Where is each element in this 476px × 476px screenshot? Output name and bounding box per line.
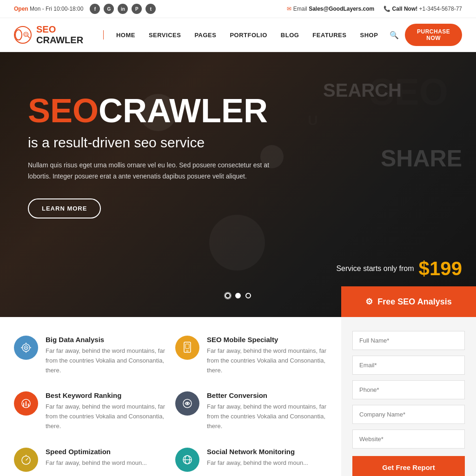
- slider-dots: [225, 293, 251, 298]
- linkedin-icon[interactable]: in: [118, 4, 128, 14]
- email-input[interactable]: [352, 356, 465, 375]
- learn-more-button[interactable]: LEARN MORE: [28, 198, 101, 218]
- logo-icon: [14, 26, 32, 44]
- doodle-share: SHARE: [381, 145, 462, 172]
- nav-portfolio[interactable]: PORTFOLIO: [224, 28, 272, 42]
- nav-pages[interactable]: PAGES: [189, 28, 222, 42]
- price-strip: Service starts only from $199: [336, 258, 476, 280]
- doodle-seo: SEO: [370, 71, 448, 113]
- phone-icon: 📞: [383, 6, 392, 12]
- slider-dot-2[interactable]: [235, 293, 241, 298]
- nav-divider: [103, 30, 104, 40]
- big-data-icon: [14, 336, 38, 360]
- free-seo-button[interactable]: ⚙ Free SEO Analysis: [341, 286, 476, 317]
- search-icon[interactable]: 🔍: [386, 27, 403, 43]
- pinterest-icon[interactable]: P: [132, 4, 142, 14]
- top-bar-right: ✉ Email Sales@GoodLayers.com 📞 Call Now!…: [287, 6, 462, 12]
- hero-title: SEOCRAWLER: [28, 94, 288, 127]
- logo-svg: [22, 28, 31, 42]
- facebook-icon[interactable]: f: [90, 4, 100, 14]
- hero-description: Nullam quis risus eget urna mollis ornar…: [28, 160, 270, 182]
- speed-icon: [14, 448, 38, 472]
- slider-dot-3[interactable]: [245, 293, 251, 298]
- email-icon: ✉: [287, 6, 293, 12]
- social-icon-wrap: [175, 448, 199, 472]
- hero-subtitle: is a result-driven seo service: [28, 135, 288, 151]
- top-bar-left: Open Mon - Fri 10:00-18:00 f G in P t: [14, 4, 156, 14]
- social-text: Social Network Monitoring Far far away, …: [207, 448, 308, 468]
- nav-shop[interactable]: SHOP: [354, 28, 383, 42]
- form-panel: Get Free Report: [341, 317, 476, 476]
- phone-contact: 📞 Call Now! +1-3454-5678-77: [383, 6, 462, 12]
- nav-home[interactable]: HOME: [111, 28, 141, 42]
- top-bar: Open Mon - Fri 10:00-18:00 f G in P t ✉ …: [0, 0, 476, 18]
- svg-point-5: [26, 347, 27, 349]
- feature-speed: Speed Optimization Far far away, behind …: [14, 448, 166, 474]
- hero-content: SEOCRAWLER is a result-driven seo servic…: [0, 52, 316, 237]
- full-name-input[interactable]: [352, 331, 465, 350]
- hero-section: SEARCH SEO SHARE U SEOCRAWLER is a resul…: [0, 52, 476, 317]
- email-contact: ✉ Email Sales@GoodLayers.com: [287, 6, 374, 12]
- slider-dot-1[interactable]: [225, 293, 231, 298]
- nav-features[interactable]: FEATURES: [307, 28, 352, 42]
- features-grid: Big Data Analysis Far far away, behind t…: [0, 317, 341, 476]
- open-badge: Open Mon - Fri 10:00-18:00: [14, 6, 83, 12]
- svg-line-2: [27, 36, 29, 38]
- twitter-icon[interactable]: t: [145, 4, 156, 14]
- keyword-text: Best Keyword Ranking Far far away, behin…: [46, 391, 166, 431]
- website-input[interactable]: [352, 430, 465, 449]
- svg-line-21: [26, 458, 28, 460]
- feature-big-data: Big Data Analysis Far far away, behind t…: [14, 336, 166, 377]
- seo-mobile-icon: [175, 336, 199, 360]
- bottom-section: Big Data Analysis Far far away, behind t…: [0, 317, 476, 476]
- feature-conversion: Better Conversion Far far away, behind t…: [175, 391, 327, 433]
- get-report-button[interactable]: Get Free Report: [352, 456, 465, 476]
- purchase-button[interactable]: PURCHASE NOW: [405, 24, 462, 46]
- social-icons: f G in P t: [90, 4, 156, 14]
- nav-services[interactable]: SERVICES: [143, 28, 187, 42]
- main-nav: HOME SERVICES PAGES PORTFOLIO BLOG FEATU…: [103, 24, 462, 46]
- feature-keyword: Best Keyword Ranking Far far away, behin…: [14, 391, 166, 433]
- company-input[interactable]: [352, 405, 465, 424]
- google-plus-icon[interactable]: G: [104, 4, 114, 14]
- nav-blog[interactable]: BLOG: [275, 28, 305, 42]
- logo-text: SEO CRAWLER: [36, 24, 103, 46]
- gear-icon: ⚙: [365, 297, 373, 307]
- svg-point-1: [25, 33, 27, 35]
- conversion-icon: [175, 391, 199, 416]
- keyword-icon: [14, 391, 38, 416]
- svg-rect-12: [185, 344, 189, 349]
- big-data-text: Big Data Analysis Far far away, behind t…: [46, 336, 166, 375]
- phone-input[interactable]: [352, 380, 465, 399]
- header: SEO CRAWLER HOME SERVICES PAGES PORTFOLI…: [0, 18, 476, 52]
- logo: SEO CRAWLER: [14, 24, 103, 46]
- svg-point-18: [186, 403, 188, 404]
- seo-mobile-text: SEO Mobile Specialty Far far away, behin…: [207, 336, 327, 375]
- speed-text: Speed Optimization Far far away, behind …: [46, 448, 147, 468]
- feature-social: Social Network Monitoring Far far away, …: [175, 448, 327, 474]
- conversion-text: Better Conversion Far far away, behind t…: [207, 391, 327, 431]
- feature-seo-mobile: SEO Mobile Specialty Far far away, behin…: [175, 336, 327, 377]
